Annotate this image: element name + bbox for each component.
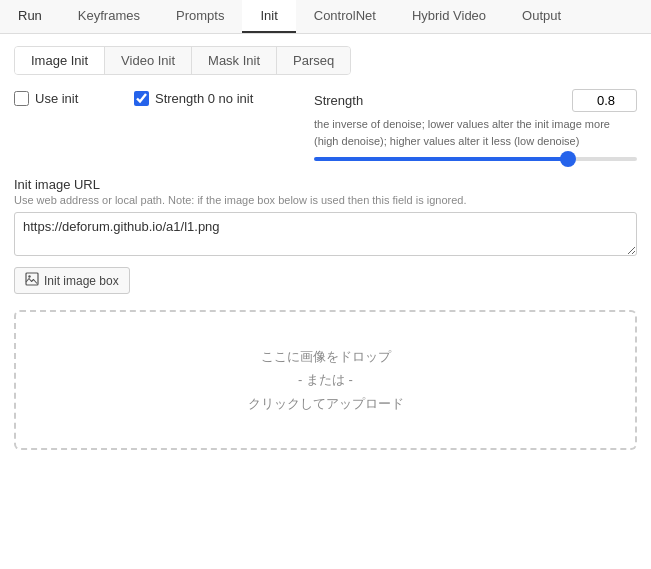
strength-description: the inverse of denoise; lower values alt… [314, 116, 637, 149]
sub-tab-image-init[interactable]: Image Init [15, 47, 105, 74]
use-init-label[interactable]: Use init [35, 91, 78, 106]
sub-tab-video-init[interactable]: Video Init [105, 47, 192, 74]
strength-no-init-group: Strength 0 no init [134, 89, 314, 106]
image-icon [25, 272, 39, 289]
tab-hybrid-video[interactable]: Hybrid Video [394, 0, 504, 33]
strength-no-init-label[interactable]: Strength 0 no init [155, 91, 253, 106]
tab-prompts[interactable]: Prompts [158, 0, 242, 33]
init-image-url-description: Use web address or local path. Note: if … [14, 194, 637, 206]
drop-zone-text: ここに画像をドロップ - または - クリックしてアップロード [248, 345, 404, 415]
init-image-box-button[interactable]: Init image box [14, 267, 130, 294]
strength-header: Strength [314, 89, 637, 112]
strength-slider[interactable] [314, 157, 637, 161]
drop-zone-line3: クリックしてアップロード [248, 392, 404, 415]
tab-controlnet[interactable]: ControlNet [296, 0, 394, 33]
drop-zone-line2: - または - [248, 368, 404, 391]
strength-label: Strength [314, 93, 363, 108]
svg-point-1 [28, 275, 30, 277]
init-controls-row: Use init Strength 0 no init Strength the… [14, 89, 637, 161]
init-image-url-input[interactable]: https://deforum.github.io/a1/l1.png [14, 212, 637, 256]
drop-zone-line1: ここに画像をドロップ [248, 345, 404, 368]
sub-tab-mask-init[interactable]: Mask Init [192, 47, 277, 74]
drop-zone[interactable]: ここに画像をドロップ - または - クリックしてアップロード [14, 310, 637, 450]
strength-section: Strength the inverse of denoise; lower v… [314, 89, 637, 161]
init-image-box-label: Init image box [44, 274, 119, 288]
use-init-group: Use init [14, 89, 134, 106]
use-init-checkbox[interactable] [14, 91, 29, 106]
sub-tabs: Image Init Video Init Mask Init Parseq [14, 46, 351, 75]
init-image-url-label: Init image URL [14, 177, 637, 192]
init-image-url-section: Init image URL Use web address or local … [14, 177, 637, 294]
sub-tab-parseq[interactable]: Parseq [277, 47, 350, 74]
main-content: Image Init Video Init Mask Init Parseq U… [0, 34, 651, 462]
tab-init[interactable]: Init [242, 0, 295, 33]
tab-keyframes[interactable]: Keyframes [60, 0, 158, 33]
tab-run[interactable]: Run [0, 0, 60, 33]
strength-input[interactable] [572, 89, 637, 112]
top-nav: Run Keyframes Prompts Init ControlNet Hy… [0, 0, 651, 34]
strength-no-init-checkbox[interactable] [134, 91, 149, 106]
tab-output[interactable]: Output [504, 0, 579, 33]
